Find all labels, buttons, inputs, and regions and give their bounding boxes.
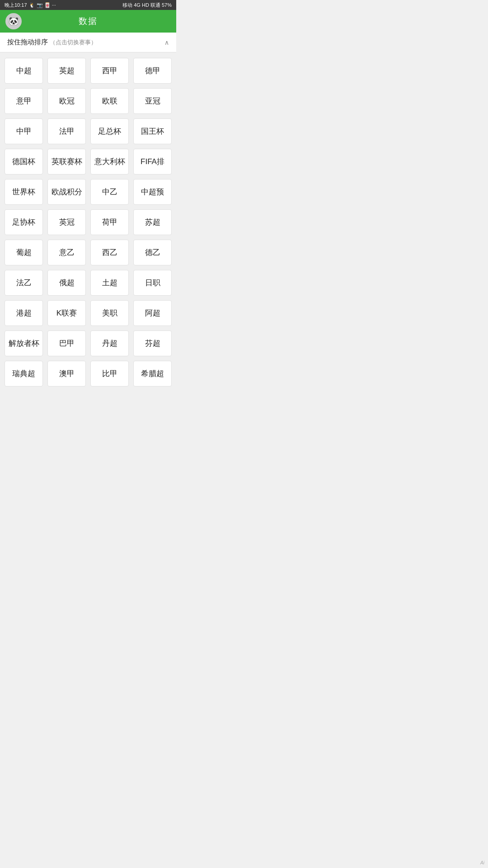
league-item-35[interactable]: 阿超	[133, 300, 172, 326]
league-item-30[interactable]: 土超	[90, 270, 129, 296]
league-item-22[interactable]: 荷甲	[90, 209, 129, 235]
sort-bar-main-text: 按住拖动排序	[7, 38, 48, 46]
avatar-emoji: 🐼	[9, 16, 19, 26]
league-item-17[interactable]: 欧战积分	[47, 179, 86, 205]
league-item-9[interactable]: 法甲	[47, 118, 86, 144]
league-item-23[interactable]: 苏超	[133, 209, 172, 235]
league-item-24[interactable]: 葡超	[5, 240, 43, 265]
league-item-25[interactable]: 意乙	[47, 240, 86, 265]
league-item-10[interactable]: 足总杯	[90, 118, 129, 144]
collapse-icon[interactable]: ∧	[164, 39, 169, 46]
league-item-31[interactable]: 日职	[133, 270, 172, 296]
league-item-4[interactable]: 意甲	[5, 88, 43, 114]
league-item-37[interactable]: 巴甲	[47, 330, 86, 356]
league-item-13[interactable]: 英联赛杯	[47, 149, 86, 175]
status-time: 晚上10:17	[5, 2, 27, 9]
league-item-27[interactable]: 德乙	[133, 240, 172, 265]
league-item-34[interactable]: 美职	[90, 300, 129, 326]
league-item-28[interactable]: 法乙	[5, 270, 43, 296]
status-network: 移动 4G HD 联通 57%	[122, 2, 172, 9]
league-item-11[interactable]: 国王杯	[133, 118, 172, 144]
league-item-8[interactable]: 中甲	[5, 118, 43, 144]
status-right: 移动 4G HD 联通 57%	[122, 2, 172, 9]
league-item-2[interactable]: 西甲	[90, 58, 129, 84]
league-item-32[interactable]: 港超	[5, 300, 43, 326]
sort-bar[interactable]: 按住拖动排序 （点击切换赛事） ∧	[0, 33, 176, 52]
header: 🐼 数据	[0, 10, 176, 33]
league-item-39[interactable]: 芬超	[133, 330, 172, 356]
league-item-36[interactable]: 解放者杯	[5, 330, 43, 356]
league-item-19[interactable]: 中超预	[133, 179, 172, 205]
league-item-20[interactable]: 足协杯	[5, 209, 43, 235]
league-item-21[interactable]: 英冠	[47, 209, 86, 235]
league-item-16[interactable]: 世界杯	[5, 179, 43, 205]
league-item-3[interactable]: 德甲	[133, 58, 172, 84]
status-left: 晚上10:17 🐧 📷 🀄 ···	[5, 2, 56, 9]
status-icons: 🐧 📷 🀄 ···	[29, 2, 56, 8]
league-grid: 中超英超西甲德甲意甲欧冠欧联亚冠中甲法甲足总杯国王杯德国杯英联赛杯意大利杯FIF…	[0, 52, 176, 392]
avatar[interactable]: 🐼	[5, 13, 22, 29]
sort-bar-label: 按住拖动排序 （点击切换赛事）	[7, 38, 97, 47]
league-item-15[interactable]: FIFA排	[133, 149, 172, 175]
league-item-5[interactable]: 欧冠	[47, 88, 86, 114]
league-item-7[interactable]: 亚冠	[133, 88, 172, 114]
league-item-0[interactable]: 中超	[5, 58, 43, 84]
sort-bar-sub-text: （点击切换赛事）	[50, 38, 97, 46]
league-item-1[interactable]: 英超	[47, 58, 86, 84]
league-item-33[interactable]: K联赛	[47, 300, 86, 326]
league-item-12[interactable]: 德国杯	[5, 149, 43, 175]
status-bar: 晚上10:17 🐧 📷 🀄 ··· 移动 4G HD 联通 57%	[0, 0, 176, 10]
league-item-42[interactable]: 比甲	[90, 361, 129, 387]
league-item-18[interactable]: 中乙	[90, 179, 129, 205]
league-item-43[interactable]: 希腊超	[133, 361, 172, 387]
league-item-6[interactable]: 欧联	[90, 88, 129, 114]
league-item-14[interactable]: 意大利杯	[90, 149, 129, 175]
league-item-26[interactable]: 西乙	[90, 240, 129, 265]
league-item-41[interactable]: 澳甲	[47, 361, 86, 387]
league-item-40[interactable]: 瑞典超	[5, 361, 43, 387]
league-item-29[interactable]: 俄超	[47, 270, 86, 296]
league-item-38[interactable]: 丹超	[90, 330, 129, 356]
page-title: 数据	[79, 15, 98, 27]
